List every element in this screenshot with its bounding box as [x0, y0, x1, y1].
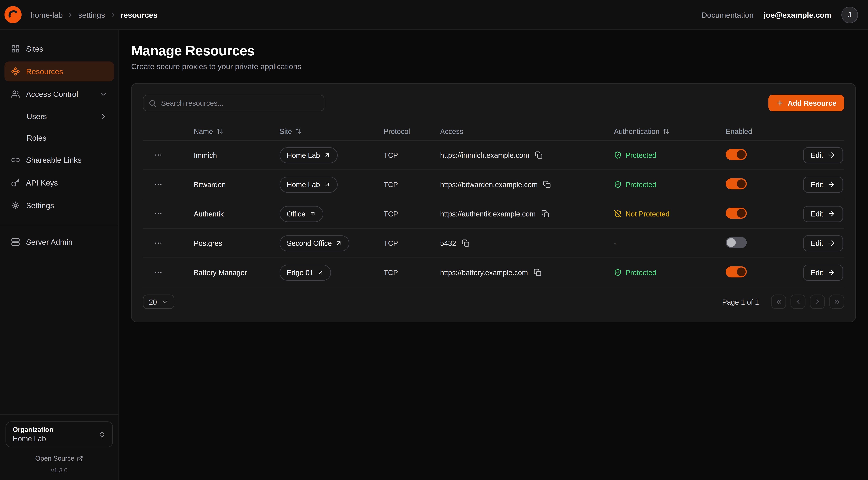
table-header: Name Site Protocol	[143, 122, 844, 141]
topbar: home-lab settings resources Documentatio…	[0, 0, 868, 30]
resources-card: Add Resource Name Site	[131, 83, 856, 322]
copy-icon[interactable]	[461, 239, 470, 248]
sidebar-item-label: Sites	[26, 44, 43, 53]
sidebar-item-label: Shareable Links	[26, 156, 82, 164]
avatar[interactable]: J	[841, 6, 858, 23]
protocol: TCP	[383, 268, 440, 276]
auth-label: Protected	[625, 180, 656, 189]
organization-label: Organization	[13, 426, 53, 434]
arrow-up-right-icon	[336, 240, 342, 246]
copy-icon[interactable]	[534, 151, 543, 159]
edit-button[interactable]: Edit	[803, 206, 843, 222]
copy-icon[interactable]	[542, 180, 552, 189]
header-site[interactable]: Site	[280, 127, 383, 136]
enabled-toggle[interactable]	[726, 207, 747, 218]
chevrons-right-icon	[833, 298, 841, 306]
edit-button[interactable]: Edit	[803, 147, 843, 163]
search-input[interactable]	[143, 95, 324, 111]
sidebar-item-shareable-links[interactable]: Shareable Links	[4, 150, 114, 170]
add-resource-button[interactable]: Add Resource	[768, 95, 844, 111]
chevron-right-icon	[813, 298, 821, 306]
breadcrumb-settings[interactable]: settings	[79, 10, 105, 19]
sidebar-item-label: Roles	[27, 133, 46, 142]
page-title: Manage Resources	[131, 43, 856, 59]
gear-icon	[11, 201, 20, 210]
table-row: Authentik Office TCP https://authentik.e…	[143, 199, 844, 229]
row-menu-button[interactable]	[153, 150, 164, 160]
plus-icon	[776, 99, 784, 107]
shield-check-icon	[614, 269, 622, 276]
header-name[interactable]: Name	[194, 127, 280, 136]
row-menu-button[interactable]	[153, 237, 164, 248]
sidebar-item-label: Settings	[26, 201, 54, 210]
header-authentication-label: Authentication	[614, 127, 659, 136]
site-link[interactable]: Home Lab	[280, 147, 338, 163]
sidebar-item-users[interactable]: Users	[4, 107, 114, 126]
site-link[interactable]: Office	[280, 206, 323, 222]
chevron-right-icon	[100, 112, 107, 120]
site-name: Second Office	[287, 239, 332, 247]
header-authentication[interactable]: Authentication	[614, 127, 726, 136]
chevron-down-icon	[100, 90, 107, 98]
pangolin-logo[interactable]	[4, 6, 22, 23]
enabled-toggle[interactable]	[726, 178, 747, 189]
sidebar-item-label: Resources	[26, 67, 63, 76]
enabled-toggle[interactable]	[726, 266, 747, 277]
documentation-link[interactable]: Documentation	[702, 10, 754, 19]
sidebar-item-settings[interactable]: Settings	[4, 196, 114, 215]
enabled-toggle[interactable]	[726, 237, 747, 248]
auth-label: -	[614, 239, 616, 247]
arrow-right-icon	[828, 269, 835, 276]
chevrons-up-down-icon	[98, 430, 106, 439]
organization-value: Home Lab	[13, 435, 53, 443]
link-icon	[11, 156, 20, 164]
copy-icon[interactable]	[541, 209, 550, 218]
sort-icon	[295, 128, 302, 134]
page-size-select[interactable]: 20	[143, 295, 175, 309]
sidebar-item-label: Server Admin	[26, 237, 72, 246]
enabled-toggle[interactable]	[726, 149, 747, 160]
resource-name: Bitwarden	[194, 180, 280, 189]
edit-button[interactable]: Edit	[803, 264, 843, 280]
sort-icon	[663, 128, 670, 134]
last-page-button[interactable]	[829, 295, 844, 309]
user-email[interactable]: joe@example.com	[764, 10, 832, 19]
chevron-right-icon	[110, 11, 116, 18]
sidebar-item-resources[interactable]: Resources	[4, 62, 114, 82]
breadcrumb-resources: resources	[121, 10, 158, 19]
first-page-button[interactable]	[771, 295, 786, 309]
sidebar-item-access-control[interactable]: Access Control	[4, 84, 114, 104]
access-url: https://immich.example.com	[440, 151, 529, 159]
sidebar-item-roles[interactable]: Roles	[4, 128, 114, 147]
header-enabled-label: Enabled	[726, 127, 752, 136]
organization-selector[interactable]: Organization Home Lab	[6, 421, 113, 447]
search-wrap	[143, 95, 324, 111]
header-protocol: Protocol	[383, 127, 440, 136]
sidebar-item-api-keys[interactable]: API Keys	[4, 173, 114, 193]
row-menu-button[interactable]	[153, 179, 164, 190]
resource-name: Authentik	[194, 210, 280, 218]
auth-status: Protected	[614, 268, 726, 276]
protocol: TCP	[383, 239, 440, 247]
site-link[interactable]: Home Lab	[280, 176, 338, 192]
copy-icon[interactable]	[533, 268, 542, 277]
edit-button[interactable]: Edit	[803, 176, 843, 192]
main-content: Manage Resources Create secure proxies t…	[119, 30, 868, 480]
chevron-right-icon	[67, 11, 74, 18]
previous-page-button[interactable]	[790, 295, 806, 309]
site-name: Edge 01	[287, 268, 314, 276]
site-link[interactable]: Second Office	[280, 235, 349, 251]
sidebar-item-server-admin[interactable]: Server Admin	[4, 232, 114, 252]
shield-check-icon	[614, 151, 622, 159]
row-menu-button[interactable]	[153, 208, 164, 219]
sidebar-item-sites[interactable]: Sites	[4, 39, 114, 59]
row-menu-button[interactable]	[153, 267, 164, 278]
next-page-button[interactable]	[810, 295, 825, 309]
breadcrumb-org[interactable]: home-lab	[30, 10, 63, 19]
arrow-up-right-icon	[317, 269, 324, 276]
edit-button[interactable]: Edit	[803, 235, 843, 251]
site-name: Office	[287, 210, 305, 218]
open-source-link[interactable]: Open Source	[32, 454, 87, 463]
access-url: https://authentik.example.com	[440, 210, 536, 218]
site-link[interactable]: Edge 01	[280, 264, 331, 280]
